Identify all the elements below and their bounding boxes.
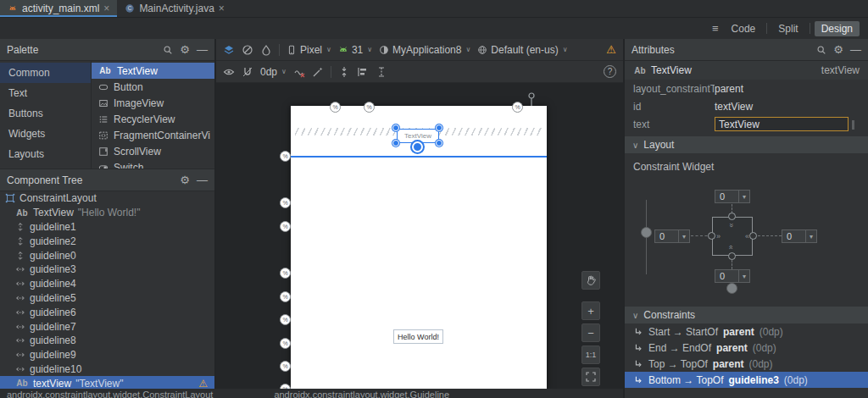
minimize-icon[interactable]: —	[197, 174, 208, 185]
percent-marker[interactable]	[280, 314, 291, 325]
locale-selector[interactable]: Default (en-us)	[477, 44, 567, 56]
tree-item-guideline7[interactable]: guideline7	[0, 319, 214, 334]
gear-icon[interactable]: ⚙	[180, 44, 190, 55]
tree-item-guideline10[interactable]: guideline10	[0, 362, 214, 377]
percent-marker[interactable]	[512, 102, 523, 113]
constraint-row-bottom[interactable]: Bottom → TopOfguideline3(0dp)	[625, 372, 868, 388]
tree-item-guideline0[interactable]: guideline0	[0, 248, 214, 263]
top-anchor[interactable]	[728, 213, 736, 220]
search-icon[interactable]	[816, 45, 826, 55]
constraint-row-start[interactable]: Start → StartOfparent(0dp)	[625, 323, 868, 340]
percent-marker[interactable]	[330, 102, 341, 113]
hamburger-icon[interactable]: ≡	[712, 22, 719, 35]
start-anchor[interactable]	[708, 232, 715, 240]
percent-marker[interactable]	[280, 268, 291, 279]
mode-code-button[interactable]: Code	[725, 21, 763, 36]
tree-item-guideline9[interactable]: guideline9	[0, 348, 214, 362]
palette-category-common[interactable]: Common	[0, 63, 91, 83]
guideline-handle-icon[interactable]	[527, 92, 536, 108]
tree-item-guideline5[interactable]: guideline5	[0, 291, 214, 306]
tree-item-guideline2[interactable]: guideline2	[0, 234, 214, 248]
attribute-value[interactable]: parent	[715, 83, 743, 95]
mode-design-button[interactable]: Design	[815, 21, 860, 36]
infer-constraints-icon[interactable]	[312, 66, 324, 78]
view-options-icon[interactable]	[223, 66, 235, 78]
palette-category-buttons[interactable]: Buttons	[0, 103, 91, 124]
night-mode-icon[interactable]	[260, 44, 272, 56]
warning-icon[interactable]: ⚠	[606, 43, 616, 56]
zoom-in-button[interactable]: +	[581, 301, 600, 320]
percent-marker[interactable]	[280, 221, 291, 232]
horizontal-guideline[interactable]	[291, 156, 547, 158]
percent-marker[interactable]	[364, 102, 375, 113]
pack-icon[interactable]	[338, 66, 350, 78]
constraint-box[interactable]	[712, 217, 753, 256]
selection-handle[interactable]	[392, 140, 399, 146]
bottom-anchor[interactable]	[728, 252, 736, 260]
clear-constraints-icon[interactable]	[293, 66, 305, 78]
margin-start-dropdown[interactable]: 0	[654, 229, 690, 243]
margin-bottom-dropdown[interactable]: 0	[715, 269, 750, 283]
percent-marker[interactable]	[280, 151, 291, 162]
tab-activity-main-xml[interactable]: activity_main.xml ×	[0, 0, 117, 17]
constraint-row-top[interactable]: Top → TopOfparent(0dp)	[625, 356, 868, 372]
end-anchor[interactable]	[749, 232, 757, 240]
palette-item-button[interactable]: Button	[92, 79, 214, 95]
device-screen[interactable]: TextView Hello World!	[291, 106, 547, 391]
text-attribute-input[interactable]: TextView	[715, 117, 849, 131]
zoom-to-fit-button[interactable]	[581, 368, 600, 386]
horizontal-bias-slider[interactable]	[726, 283, 737, 294]
zoom-out-button[interactable]: −	[581, 323, 600, 342]
tree-item-guideline1[interactable]: guideline1	[0, 220, 214, 235]
tree-item-guideline6[interactable]: guideline6	[0, 305, 214, 319]
hello-world-textview[interactable]: Hello World!	[393, 329, 443, 344]
margin-end-dropdown[interactable]: 0	[782, 229, 817, 243]
layout-section-header[interactable]: Layout	[625, 136, 868, 153]
constraint-row-end[interactable]: End → EndOfparent(0dp)	[625, 340, 868, 356]
pan-button[interactable]	[581, 271, 600, 290]
help-icon[interactable]: ?	[604, 65, 616, 78]
guidelines-icon[interactable]	[376, 66, 387, 78]
vertical-bias-slider[interactable]	[641, 227, 652, 238]
tree-item-textview[interactable]: AbTextView"Hello World!"	[0, 206, 214, 220]
selection-handle[interactable]	[392, 124, 399, 131]
design-surface-selector-icon[interactable]	[223, 44, 235, 56]
palette-item-textview[interactable]: AbTextView	[92, 63, 214, 79]
palette-item-scrollview[interactable]: ScrollView	[92, 143, 214, 159]
mode-split-button[interactable]: Split	[771, 21, 804, 36]
margin-top-dropdown[interactable]: 0	[715, 190, 750, 203]
theme-selector[interactable]: MyApplication8	[379, 44, 470, 56]
tree-item-guideline3[interactable]: guideline3	[0, 263, 214, 277]
orientation-icon[interactable]	[242, 44, 253, 56]
align-icon[interactable]	[357, 66, 369, 78]
palette-item-recyclerview[interactable]: RecyclerView	[92, 111, 214, 127]
tree-item-guideline4[interactable]: guideline4	[0, 277, 214, 291]
tab-mainactivity-java[interactable]: MainActivity.java ×	[117, 0, 232, 17]
palette-item-switch[interactable]: Switch	[92, 159, 214, 169]
palette-category-layouts[interactable]: Layouts	[0, 144, 91, 164]
gear-icon[interactable]: ⚙	[833, 44, 843, 55]
device-selector[interactable]: Pixel	[287, 44, 331, 56]
percent-marker[interactable]	[280, 338, 291, 349]
minimize-icon[interactable]: —	[850, 44, 861, 55]
palette-item-imageview[interactable]: ImageView	[92, 95, 214, 111]
minimize-icon[interactable]: —	[197, 44, 208, 55]
autoconnect-off-icon[interactable]	[242, 66, 253, 78]
api-level-selector[interactable]: 31	[338, 44, 372, 56]
close-icon[interactable]: ×	[103, 3, 109, 14]
palette-category-widgets[interactable]: Widgets	[0, 124, 91, 144]
zoom-reset-button[interactable]: 1:1	[581, 345, 600, 364]
percent-marker[interactable]	[280, 291, 291, 302]
default-margins-selector[interactable]: 0dp	[260, 66, 287, 78]
close-icon[interactable]: ×	[219, 3, 225, 14]
tree-item-guideline8[interactable]: guideline8	[0, 334, 214, 348]
palette-category-text[interactable]: Text	[0, 83, 91, 103]
id-value[interactable]: textView	[715, 101, 753, 113]
percent-marker[interactable]	[280, 361, 291, 372]
gear-icon[interactable]: ⚙	[180, 174, 190, 185]
percent-marker[interactable]	[280, 197, 291, 208]
selection-handle[interactable]	[436, 140, 442, 146]
constraints-section-header[interactable]: Constraints	[625, 307, 868, 323]
tree-item-constraintlayout[interactable]: ConstraintLayout	[0, 191, 214, 206]
search-icon[interactable]	[163, 45, 173, 55]
